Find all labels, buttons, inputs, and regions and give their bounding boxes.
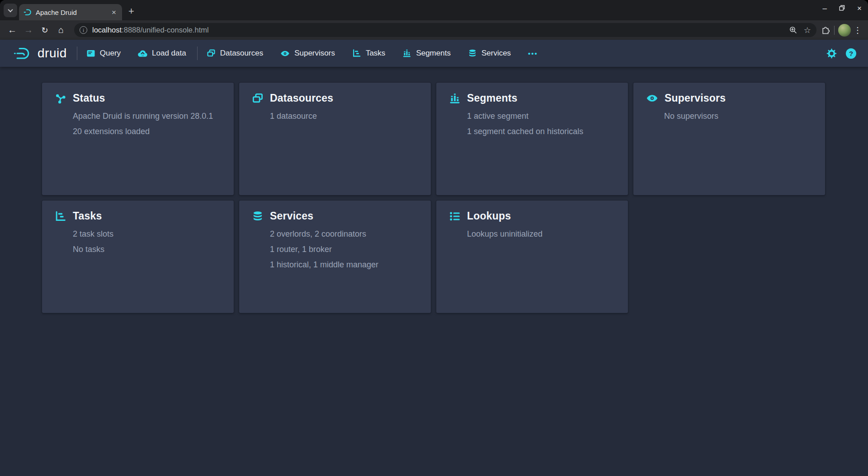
- card-line: No tasks: [73, 245, 221, 254]
- card-line: Lookups uninitialized: [467, 229, 615, 239]
- home-dashboard: Status Apache Druid is running version 2…: [0, 67, 868, 476]
- back-button[interactable]: ←: [5, 23, 20, 38]
- card-line: 20 extensions loaded: [73, 127, 221, 136]
- card-line: 1 historical, 1 middle manager: [270, 260, 418, 270]
- url-path: :8888/unified-console.html: [122, 26, 209, 34]
- browser-window: Apache Druid × + – × ← → ↻ ⌂ i localhos: [0, 0, 868, 476]
- druid-logo[interactable]: druid: [14, 46, 67, 61]
- nav-item-group-left: Query Load data: [85, 46, 187, 61]
- eye-icon: [280, 49, 290, 58]
- gear-icon[interactable]: [826, 48, 837, 59]
- druid-logo-icon: [14, 47, 33, 61]
- restore-icon: [839, 5, 845, 11]
- card-line: Apache Druid is running version 28.0.1: [73, 112, 221, 121]
- card-title: Supervisors: [665, 92, 726, 104]
- card-title: Services: [270, 210, 313, 222]
- window-minimize-button[interactable]: –: [823, 5, 827, 12]
- browser-tab-apache-druid[interactable]: Apache Druid ×: [19, 4, 122, 20]
- gantt-icon: [352, 49, 361, 58]
- chevron-down-icon: [8, 7, 13, 12]
- tab-close-icon[interactable]: ×: [109, 8, 118, 17]
- site-info-icon[interactable]: i: [80, 26, 87, 34]
- status-card[interactable]: Status Apache Druid is running version 2…: [42, 83, 234, 195]
- window-controls: – ×: [823, 5, 862, 12]
- window-restore-button[interactable]: [839, 5, 845, 12]
- nav-label: Supervisors: [294, 49, 335, 58]
- tasks-card[interactable]: Tasks 2 task slots No tasks: [42, 201, 234, 313]
- tab-title: Apache Druid: [36, 9, 109, 16]
- card-line: 1 router, 1 broker: [270, 245, 418, 254]
- card-title: Status: [73, 92, 105, 104]
- eye-icon: [646, 92, 658, 104]
- nav-label: Services: [481, 49, 511, 58]
- card-title: Datasources: [270, 92, 333, 104]
- druid-logo-text: druid: [38, 46, 67, 61]
- druid-favicon-icon: [24, 8, 32, 16]
- nav-item-load-data[interactable]: Load data: [137, 46, 187, 61]
- bookmark-star-icon[interactable]: ☆: [804, 26, 811, 34]
- nav-item-group-main: Datasources Supervisors Tasks: [206, 46, 539, 61]
- properties-list-icon: [449, 210, 461, 222]
- profile-avatar[interactable]: [838, 24, 851, 37]
- nav-separator: [77, 47, 77, 60]
- tab-search-button[interactable]: [4, 4, 17, 17]
- card-title: Segments: [467, 92, 518, 104]
- segments-card[interactable]: Segments 1 active segment 1 segment cach…: [436, 83, 628, 195]
- nav-label: Tasks: [366, 49, 385, 58]
- help-icon[interactable]: ?: [846, 48, 856, 59]
- nav-item-tasks[interactable]: Tasks: [351, 46, 386, 61]
- nav-label: Datasources: [220, 49, 263, 58]
- window-close-button[interactable]: ×: [857, 5, 862, 12]
- database-icon: [252, 210, 264, 222]
- multi-layers-icon: [207, 49, 216, 58]
- nav-label: Query: [100, 49, 121, 58]
- url-text[interactable]: localhost:8888/unified-console.html: [92, 26, 789, 34]
- nav-item-services[interactable]: Services: [467, 46, 512, 61]
- nav-label: Segments: [416, 49, 451, 58]
- card-line: No supervisors: [664, 112, 812, 121]
- bar-chart-icon: [402, 49, 411, 58]
- browser-tab-strip: Apache Druid × + – ×: [0, 0, 868, 20]
- home-button[interactable]: ⌂: [53, 23, 69, 38]
- nav-item-supervisors[interactable]: Supervisors: [279, 46, 336, 61]
- nav-item-group-right: ?: [826, 48, 856, 59]
- reload-button[interactable]: ↻: [37, 23, 52, 38]
- zoom-icon[interactable]: [789, 26, 797, 34]
- nav-item-datasources[interactable]: Datasources: [206, 46, 264, 61]
- omnibox-actions: ☆: [789, 26, 811, 34]
- services-card[interactable]: Services 2 overlords, 2 coordinators 1 r…: [239, 201, 431, 313]
- card-line: 2 task slots: [73, 229, 221, 239]
- datasources-card[interactable]: Datasources 1 datasource: [239, 83, 431, 195]
- card-line: 1 active segment: [467, 112, 615, 121]
- browser-menu-kebab-icon[interactable]: ⋮: [852, 23, 863, 38]
- bar-chart-icon: [449, 93, 461, 104]
- forward-button[interactable]: →: [21, 23, 36, 38]
- graph-icon: [55, 93, 66, 104]
- gantt-icon: [55, 210, 66, 222]
- card-line: 1 datasource: [270, 112, 418, 121]
- multi-layers-icon: [252, 93, 264, 104]
- extensions-puzzle-icon[interactable]: [821, 25, 830, 35]
- database-icon: [468, 49, 477, 58]
- card-title: Lookups: [467, 210, 511, 222]
- nav-item-query[interactable]: Query: [85, 46, 122, 61]
- card-title: Tasks: [73, 210, 102, 222]
- url-host: localhost: [92, 26, 122, 34]
- address-bar[interactable]: i localhost:8888/unified-console.html ☆: [74, 23, 816, 37]
- supervisors-card[interactable]: Supervisors No supervisors: [633, 83, 825, 195]
- druid-top-nav: druid Query Load data: [0, 40, 868, 67]
- lookups-card[interactable]: Lookups Lookups uninitialized: [436, 201, 628, 313]
- card-line: 1 segment cached on historicals: [467, 127, 615, 136]
- more-dots-icon: •••: [528, 50, 538, 57]
- nav-separator: [197, 47, 198, 60]
- nav-more-button[interactable]: •••: [527, 47, 539, 60]
- nav-label: Load data: [152, 49, 186, 58]
- browser-toolbar: ← → ↻ ⌂ i localhost:8888/unified-console…: [0, 20, 868, 40]
- new-tab-button[interactable]: +: [128, 6, 134, 16]
- card-line: 2 overlords, 2 coordinators: [270, 229, 418, 239]
- toolbar-separator: [834, 26, 835, 35]
- nav-item-segments[interactable]: Segments: [401, 46, 452, 61]
- cloud-upload-icon: [138, 49, 147, 58]
- console-icon: [86, 49, 95, 58]
